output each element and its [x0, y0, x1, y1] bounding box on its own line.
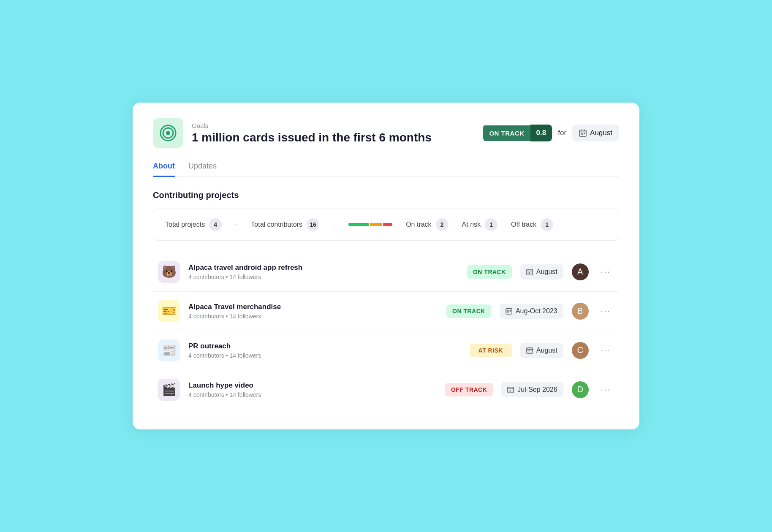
more-button-3[interactable]: ···	[597, 343, 614, 358]
project-period-3: August	[520, 343, 563, 358]
project-name-3: PR outreach	[188, 342, 461, 350]
project-name-2: Alpaca Travel merchandise	[188, 303, 438, 311]
on-track-count: 2	[436, 218, 449, 231]
project-name-1: Alpaca travel android app refresh	[188, 263, 459, 272]
svg-rect-11	[582, 134, 583, 135]
project-row-2[interactable]: 🎫 Alpaca Travel merchandise 4 contributo…	[153, 292, 619, 331]
svg-rect-17	[529, 272, 530, 273]
calendar-icon-4	[507, 386, 514, 393]
at-risk-item: At risk 1	[462, 218, 497, 231]
month-label: August	[590, 129, 612, 137]
svg-rect-38	[529, 351, 530, 352]
svg-rect-16	[527, 272, 528, 273]
header: Goals 1 million cards issued in the firs…	[153, 118, 619, 148]
goal-title: 1 million cards issued in the first 6 mo…	[192, 131, 432, 144]
svg-rect-46	[509, 391, 510, 391]
project-icon-4: 🎬	[158, 379, 180, 401]
total-projects-item: Total projects 4	[165, 218, 222, 231]
bar-orange	[370, 223, 382, 226]
svg-rect-8	[582, 133, 583, 134]
goal-label: Goals	[192, 122, 432, 129]
section-title: Contributing projects	[153, 190, 619, 200]
avatar-3: C	[572, 342, 589, 359]
header-left: Goals 1 million cards issued in the firs…	[153, 118, 432, 148]
header-right: ON TRACK 0.8 for August	[483, 125, 619, 141]
svg-point-2	[166, 131, 170, 135]
avatar-4: D	[572, 381, 589, 398]
project-row-3[interactable]: 📰 PR outreach 4 contributors • 14 follow…	[153, 331, 619, 370]
avatar-1: A	[572, 263, 589, 280]
svg-rect-36	[531, 350, 532, 351]
svg-rect-45	[512, 390, 513, 391]
svg-rect-7	[581, 133, 582, 134]
more-button-4[interactable]: ···	[597, 383, 614, 397]
total-contributors-count: 16	[307, 218, 319, 231]
svg-rect-37	[527, 351, 528, 352]
at-risk-count: 1	[485, 218, 497, 231]
project-info-4: Launch hype video 4 contributors • 14 fo…	[188, 381, 437, 398]
total-contributors-item: Total contributors 16	[251, 218, 319, 231]
svg-rect-44	[510, 390, 511, 391]
bar-red	[383, 223, 392, 226]
svg-rect-26	[508, 311, 509, 312]
project-status-4: OFF TRACK	[445, 383, 493, 396]
project-icon-3: 📰	[158, 339, 180, 361]
calendar-icon-3	[526, 347, 533, 354]
projects-list: 🐻 Alpaca travel android app refresh 4 co…	[153, 252, 619, 409]
off-track-count: 1	[541, 218, 553, 231]
project-period-2: Aug-Oct 2023	[500, 304, 563, 319]
total-projects-count: 4	[209, 218, 222, 231]
svg-rect-18	[531, 272, 532, 273]
svg-rect-43	[509, 390, 510, 391]
divider1: ·	[235, 220, 237, 229]
project-info-1: Alpaca travel android app refresh 4 cont…	[188, 263, 459, 280]
on-track-label: On track	[406, 221, 431, 228]
divider2: ·	[333, 220, 335, 229]
project-meta-2: 4 contributors • 14 followers	[188, 313, 438, 320]
svg-rect-47	[510, 391, 511, 391]
status-badge: ON TRACK 0.8	[483, 125, 552, 141]
svg-rect-34	[527, 350, 528, 351]
more-button-1[interactable]: ···	[597, 265, 614, 279]
project-info-3: PR outreach 4 contributors • 14 follower…	[188, 342, 461, 359]
svg-rect-29	[508, 312, 509, 313]
tab-updates[interactable]: Updates	[188, 162, 217, 177]
for-label: for	[558, 129, 566, 137]
bar-green	[348, 223, 369, 226]
project-row-4[interactable]: 🎬 Launch hype video 4 contributors • 14 …	[153, 370, 619, 409]
svg-rect-10	[581, 134, 582, 135]
project-period-4: Jul-Sep 2026	[501, 382, 563, 397]
svg-rect-28	[507, 312, 508, 313]
svg-rect-35	[529, 350, 530, 351]
status-badge-score: 0.8	[530, 125, 552, 141]
status-badge-label: ON TRACK	[483, 125, 530, 141]
tab-about[interactable]: About	[153, 162, 175, 177]
calendar-icon-2	[506, 308, 512, 315]
svg-rect-20	[529, 273, 530, 274]
project-icon-2: 🎫	[158, 300, 180, 322]
project-meta-4: 4 contributors • 14 followers	[188, 391, 437, 398]
project-status-2: ON TRACK	[446, 304, 491, 318]
total-projects-label: Total projects	[165, 221, 205, 228]
svg-rect-27	[510, 311, 511, 312]
project-meta-3: 4 contributors • 14 followers	[188, 352, 461, 359]
at-risk-label: At risk	[462, 221, 481, 228]
total-contributors-label: Total contributors	[251, 221, 302, 228]
project-info-2: Alpaca Travel merchandise 4 contributors…	[188, 303, 438, 320]
project-period-1: August	[520, 264, 563, 280]
more-button-2[interactable]: ···	[597, 304, 614, 318]
calendar-icon-1	[526, 269, 533, 275]
svg-rect-19	[527, 273, 528, 274]
goal-icon	[153, 118, 183, 148]
project-meta-1: 4 contributors • 14 followers	[188, 274, 459, 280]
project-name-4: Launch hype video	[188, 381, 437, 390]
calendar-icon	[579, 129, 587, 137]
avatar-2: B	[572, 303, 589, 320]
summary-bar: Total projects 4 · Total contributors 16…	[153, 209, 619, 241]
goal-meta: Goals 1 million cards issued in the firs…	[192, 122, 432, 144]
off-track-item: Off track 1	[511, 218, 553, 231]
svg-rect-25	[507, 311, 508, 312]
month-badge[interactable]: August	[572, 125, 619, 141]
project-row-1[interactable]: 🐻 Alpaca travel android app refresh 4 co…	[153, 252, 619, 292]
on-track-item: On track 2	[406, 218, 448, 231]
